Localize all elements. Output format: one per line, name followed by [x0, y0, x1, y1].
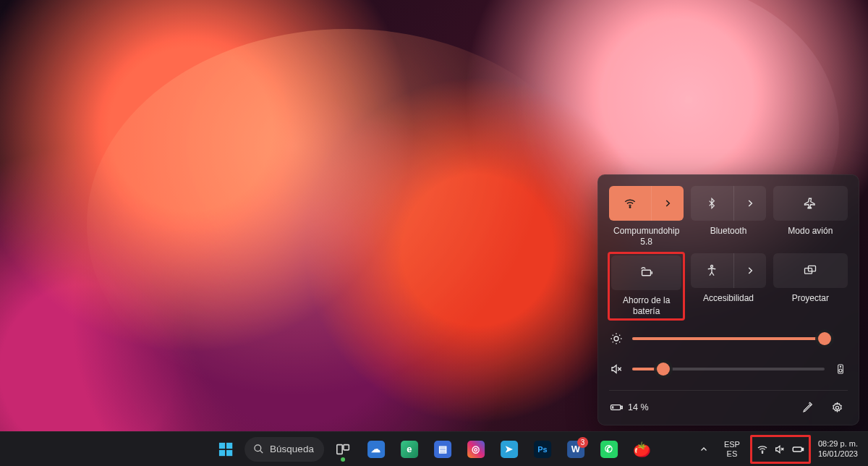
volume-muted-icon[interactable] [609, 363, 624, 376]
app-edge[interactable]: e [395, 435, 424, 464]
taskbar-search[interactable]: Búsqueda [244, 437, 324, 462]
app-telegram[interactable]: ➤ [495, 435, 524, 464]
app-whatsapp[interactable]: ✆ [595, 435, 624, 464]
tile-airplane-label: Modo avión [773, 224, 848, 245]
svg-point-8 [839, 369, 842, 372]
svg-rect-26 [802, 448, 804, 450]
clock-time: 08:29 p. m. [818, 439, 858, 449]
svg-line-19 [260, 450, 263, 453]
accessibility-icon [705, 264, 718, 277]
svg-rect-21 [344, 444, 349, 449]
audio-output-icon[interactable] [833, 363, 848, 375]
tile-airplane[interactable] [773, 186, 848, 221]
tile-wifi-wrap: Compumundohip 5.8 [609, 186, 684, 247]
language-switcher[interactable]: ESP ES [718, 435, 746, 464]
svg-point-9 [840, 366, 841, 367]
app-pomodoro[interactable]: 🍅 [628, 435, 657, 464]
tile-wifi-label: Compumundohip 5.8 [609, 224, 684, 247]
quick-settings-sliders [609, 332, 848, 376]
wifi-tray-icon [757, 444, 768, 455]
tile-bluetooth-wrap: Bluetooth [691, 186, 765, 247]
tile-wifi-toggle[interactable] [609, 186, 652, 221]
app-word-badge: 3 [577, 437, 588, 448]
svg-rect-15 [226, 442, 232, 448]
svg-point-22 [762, 452, 762, 453]
tile-bluetooth-label: Bluetooth [691, 224, 765, 245]
tile-battery-saver-wrap: Ahorro de la batería [608, 252, 685, 321]
svg-point-18 [255, 445, 261, 452]
volume-slider[interactable] [632, 368, 825, 370]
app-word[interactable]: W 3 [561, 435, 590, 464]
tile-bluetooth-expand[interactable] [734, 186, 766, 221]
svg-rect-12 [612, 406, 613, 408]
airplane-icon [804, 197, 817, 210]
task-view-button[interactable] [328, 435, 357, 464]
taskbar-search-label: Búsqueda [270, 444, 314, 454]
taskbar: Búsqueda ☁ e ▤ ◎ ➤ Ps W 3 ✆ 🍅 ESP ES [0, 431, 868, 466]
brightness-slider-row [609, 332, 848, 345]
quick-settings-footer: 14 % [609, 390, 848, 418]
lang-top: ESP [724, 440, 740, 449]
lang-bottom: ES [727, 449, 738, 459]
battery-tray-icon [791, 443, 804, 456]
svg-point-13 [835, 406, 838, 409]
quick-settings-tiles: Compumundohip 5.8 Bluetooth [609, 186, 848, 319]
tile-wifi-expand[interactable] [652, 186, 684, 221]
svg-rect-11 [621, 406, 623, 408]
system-tray-network-volume-battery[interactable] [750, 435, 811, 464]
tile-project-wrap: Proyectar [773, 253, 848, 319]
svg-point-0 [629, 207, 631, 208]
search-icon [253, 444, 264, 454]
start-button[interactable] [211, 435, 240, 464]
tile-accessibility-expand[interactable] [734, 253, 766, 288]
svg-point-4 [614, 336, 618, 341]
tile-project-label: Proyectar [773, 291, 848, 313]
chevron-right-icon [745, 266, 755, 276]
chevron-right-icon [745, 198, 755, 208]
svg-rect-14 [219, 442, 225, 448]
svg-point-1 [711, 266, 713, 268]
all-settings-button[interactable] [826, 397, 848, 418]
tile-bluetooth-toggle[interactable] [691, 186, 733, 221]
tile-airplane-wrap: Modo avión [773, 186, 848, 247]
svg-rect-20 [337, 444, 342, 454]
tile-accessibility-wrap: Accesibilidad [691, 253, 765, 319]
battery-icon[interactable]: 14 % [609, 400, 649, 415]
app-photoshop[interactable]: Ps [528, 435, 557, 464]
battery-saver-icon [639, 265, 655, 281]
app-onedrive[interactable]: ☁ [362, 435, 391, 464]
quick-settings-panel: Compumundohip 5.8 Bluetooth [597, 174, 859, 425]
tile-wifi[interactable] [609, 186, 684, 221]
app-instagram[interactable]: ◎ [461, 435, 490, 464]
task-view-icon [334, 441, 352, 458]
clock-date: 16/01/2023 [818, 449, 858, 459]
taskbar-center: Búsqueda ☁ e ▤ ◎ ➤ Ps W 3 ✆ 🍅 [211, 435, 657, 464]
svg-rect-16 [219, 449, 225, 455]
edit-quick-settings-button[interactable] [797, 397, 819, 418]
wifi-icon [624, 197, 637, 210]
tile-battery-saver[interactable] [611, 255, 681, 290]
chevron-right-icon [663, 198, 673, 208]
tile-accessibility-toggle[interactable] [691, 253, 733, 288]
tile-battery-saver-label: Ahorro de la batería [611, 293, 681, 317]
svg-rect-17 [226, 449, 232, 455]
taskbar-clock[interactable]: 08:29 p. m. 16/01/2023 [815, 435, 861, 464]
tray-overflow-button[interactable] [694, 435, 714, 464]
volume-tray-icon [774, 444, 786, 455]
brightness-icon [609, 332, 624, 345]
bluetooth-icon [706, 198, 718, 209]
windows-logo-icon [217, 441, 234, 458]
battery-percent-text: 14 % [628, 402, 649, 412]
tile-bluetooth[interactable] [691, 186, 765, 221]
tile-accessibility[interactable] [691, 253, 765, 288]
svg-rect-25 [793, 447, 801, 452]
brightness-slider[interactable] [632, 337, 825, 340]
volume-slider-row [609, 363, 848, 376]
project-icon [803, 263, 817, 278]
taskbar-right: ESP ES 08:29 p. m. 16/01/2023 [694, 432, 868, 466]
tile-accessibility-label: Accesibilidad [691, 291, 765, 313]
app-calculator[interactable]: ▤ [428, 435, 457, 464]
tile-project[interactable] [773, 253, 848, 288]
